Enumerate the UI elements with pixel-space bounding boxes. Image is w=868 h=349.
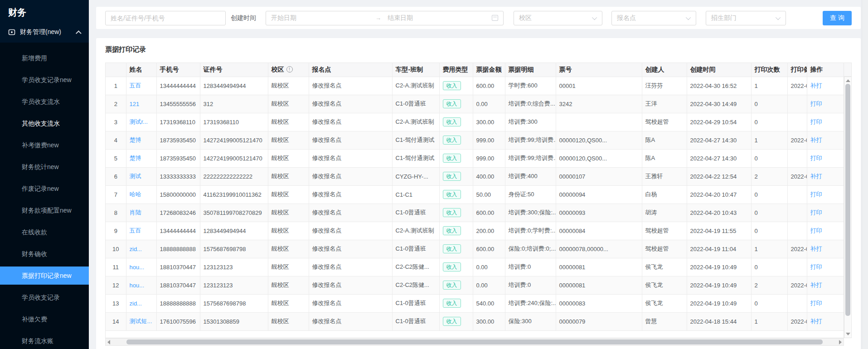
action-link[interactable]: 打印 xyxy=(810,118,822,125)
cell-cls: C1-0普通班 xyxy=(392,240,439,258)
scroll-left-arrow-icon[interactable] xyxy=(107,340,110,344)
cell-campus: 靓校区 xyxy=(268,95,309,113)
student-name-link[interactable]: hou... xyxy=(130,282,145,289)
student-name-link[interactable]: 测试 xyxy=(130,173,141,179)
vertical-scrollbar-thumb[interactable] xyxy=(845,84,850,316)
sidebar-item-11[interactable]: 学员收支记录 xyxy=(0,288,89,306)
sidebar-item-9[interactable]: 财务确收 xyxy=(0,245,89,263)
cell-detail: 培训费:300 xyxy=(505,113,556,131)
main-content: 创建时间 开始日期 → 结束日期 校区 报名点 招生部门 查 询 票据打印记录 xyxy=(89,0,868,349)
cell-reg_point: 修改报名点 xyxy=(309,204,392,222)
sidebar-item-0[interactable]: 新增费用 xyxy=(0,49,89,67)
keyword-search-input[interactable] xyxy=(105,11,226,25)
sidebar-item-7[interactable]: 财务款项配置new xyxy=(0,201,89,219)
action-link[interactable]: 打印 xyxy=(810,263,822,270)
cell-created_at: 2022-04-19 10:49 xyxy=(687,294,751,312)
recruit-department-select[interactable]: 招生部门 xyxy=(706,11,786,25)
start-date-input[interactable]: 开始日期 xyxy=(271,14,375,22)
action-link[interactable]: 打印 xyxy=(810,100,822,107)
cell-created_at: 2022-04-20 10:43 xyxy=(687,204,751,222)
student-name-link[interactable]: 肖陆 xyxy=(130,209,141,216)
cell-name: 测试r... xyxy=(126,113,156,131)
cell-phone: 13333333333 xyxy=(156,167,200,185)
student-name-link[interactable]: zid... xyxy=(130,246,142,252)
cell-detail: 保险:0;培训费:0;... xyxy=(505,240,556,258)
income-tag: 收入 xyxy=(443,172,461,181)
cell-detail: 培训费:0 xyxy=(505,258,556,276)
cell-index: 11 xyxy=(106,258,126,276)
campus-select[interactable]: 校区 xyxy=(514,11,602,25)
cell-name: 测试短... xyxy=(126,312,156,330)
sidebar-item-5[interactable]: 财务统计new xyxy=(0,158,89,176)
cell-created_at: 2022-04-20 10:47 xyxy=(687,185,751,204)
sidebar-item-10[interactable]: 票据打印记录new xyxy=(0,267,89,285)
action-link[interactable]: 打印 xyxy=(810,191,822,198)
cell-ticket_no: 00000079 xyxy=(556,312,642,330)
student-name-link[interactable]: hou... xyxy=(130,264,145,271)
sidebar-item-6[interactable]: 作废记录new xyxy=(0,179,89,198)
student-name-link[interactable]: 测试短... xyxy=(130,318,152,325)
cell-print_note: 2022-0 xyxy=(787,276,807,294)
col-header-print_count: 打印次数 xyxy=(751,63,787,77)
cell-phone: 18810370447 xyxy=(156,258,200,276)
date-range-picker[interactable]: 开始日期 → 结束日期 xyxy=(266,11,504,25)
action-link[interactable]: 补打 xyxy=(810,82,822,89)
cell-action: 打印 xyxy=(807,185,844,204)
student-name-link[interactable]: zid... xyxy=(130,300,142,307)
income-tag: 收入 xyxy=(443,226,461,235)
cell-name: 楚博 xyxy=(126,149,156,167)
horizontal-scrollbar[interactable] xyxy=(105,338,844,346)
registration-point-select[interactable]: 报名点 xyxy=(611,11,696,25)
action-link[interactable]: 打印 xyxy=(810,300,822,306)
action-link[interactable]: 补打 xyxy=(810,281,822,288)
sidebar-item-4[interactable]: 补考缴费new xyxy=(0,136,89,154)
action-link[interactable]: 补打 xyxy=(810,318,822,325)
vertical-scrollbar[interactable] xyxy=(844,77,852,338)
action-link[interactable]: 打印 xyxy=(810,227,822,234)
cell-index: 8 xyxy=(106,204,126,222)
student-name-link[interactable]: 楚博 xyxy=(130,155,141,161)
cell-reg_point: 修改报名点 xyxy=(309,131,392,149)
cell-phone: 18735935450 xyxy=(156,149,200,167)
scroll-up-arrow-icon[interactable] xyxy=(846,79,850,82)
cell-campus: 靓校区 xyxy=(268,167,309,185)
cell-reg_point: 修改报名点 xyxy=(309,185,392,204)
sidebar-item-13[interactable]: 财务流水账 xyxy=(0,332,89,349)
info-icon[interactable]: ! xyxy=(286,66,293,73)
cell-campus: 靓校区 xyxy=(268,240,309,258)
end-date-input[interactable]: 结束日期 xyxy=(388,14,492,22)
student-name-link[interactable]: 楚博 xyxy=(130,136,141,143)
action-link[interactable]: 打印 xyxy=(810,209,822,216)
cell-cert: 350781199708270829 xyxy=(200,204,268,222)
cell-print_count: 0 xyxy=(751,185,787,204)
cell-fee_type: 收入 xyxy=(439,294,473,312)
student-name-link[interactable]: 五百 xyxy=(130,227,141,234)
action-link[interactable]: 打印 xyxy=(810,155,822,161)
scroll-down-arrow-icon[interactable] xyxy=(846,333,850,335)
sidebar-item-1[interactable]: 学员收支记录new xyxy=(0,71,89,89)
sidebar-item-12[interactable]: 补缴欠费 xyxy=(0,310,89,328)
cell-cert: 1283449494944 xyxy=(200,77,268,95)
income-tag: 收入 xyxy=(443,136,461,145)
table-row: 3测试r...1731936811017319368110靓校区修改报名点C2-… xyxy=(106,113,844,131)
search-button[interactable]: 查 询 xyxy=(823,11,852,25)
page-scrollbar[interactable] xyxy=(862,0,868,349)
cell-print_note xyxy=(787,258,807,276)
action-link[interactable]: 补打 xyxy=(810,136,822,143)
table-row: 14测试短...1761007559615301308859靓校区修改报名点C1… xyxy=(106,312,844,330)
student-name-link[interactable]: 121 xyxy=(130,101,140,107)
sidebar-item-2[interactable]: 学员收支流水 xyxy=(0,92,89,111)
cell-fee_type: 收入 xyxy=(439,258,473,276)
student-name-link[interactable]: 测试r... xyxy=(130,118,148,125)
cell-created_at: 2022-04-27 14:30 xyxy=(687,149,751,167)
menu-finance-management[interactable]: 财务管理(new) xyxy=(0,22,89,43)
action-link[interactable]: 补打 xyxy=(810,245,822,252)
col-header-ticket_no: 票号 xyxy=(556,63,642,77)
scroll-right-arrow-icon[interactable] xyxy=(839,340,842,344)
action-link[interactable]: 补打 xyxy=(810,173,822,179)
student-name-link[interactable]: 五百 xyxy=(130,82,141,89)
horizontal-scrollbar-thumb[interactable] xyxy=(126,339,823,344)
sidebar-item-3[interactable]: 其他收支流水 xyxy=(0,114,89,132)
student-name-link[interactable]: 哈哈 xyxy=(130,191,141,198)
sidebar-item-8[interactable]: 在线收款 xyxy=(0,223,89,241)
